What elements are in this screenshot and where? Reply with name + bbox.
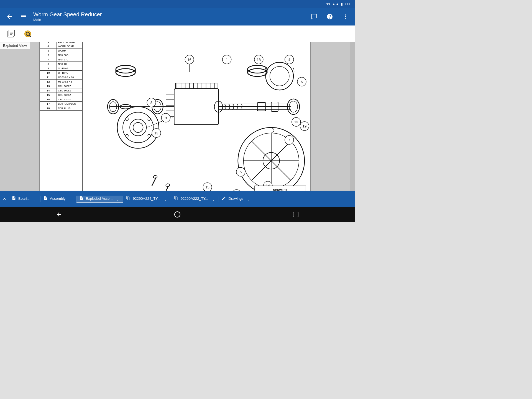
svg-text:19: 19 <box>303 124 306 128</box>
svg-text:18: 18 <box>257 58 261 62</box>
tab-more-92290a222[interactable]: ⋮ <box>211 196 216 202</box>
tab-icon-assembly <box>43 196 48 201</box>
tab-icon-exploded <box>79 196 84 201</box>
tab-label-assembly: Assembly <box>50 196 65 201</box>
tab-item-92290a224[interactable]: 92290A224_TY...⋮ <box>123 196 171 202</box>
tab-item-exploded[interactable]: Exploded Asse...⋮ <box>76 196 124 203</box>
svg-text:4: 4 <box>288 58 290 62</box>
tab-scroll-up[interactable] <box>0 191 9 207</box>
tab-item-assembly[interactable]: Assembly⋮ <box>40 196 76 202</box>
tab-label-drawings: Drawings <box>228 196 243 201</box>
svg-point-121 <box>175 212 180 217</box>
table-row: 10O - RING <box>40 71 82 75</box>
table-row: 8NAK 4C <box>40 62 82 66</box>
status-icons: ▾▾ ▲▲ ▮ 7:00 <box>326 2 351 6</box>
table-row: 18TOP PLUG <box>40 106 82 111</box>
main-content: Exploded View BALOON PART 1CASING2FRONT … <box>0 42 355 191</box>
app-bar-actions <box>309 12 350 22</box>
tab-icon-92290a224 <box>126 196 131 201</box>
svg-text:9: 9 <box>165 116 167 120</box>
tab-icon-92290a222 <box>174 196 178 201</box>
exploded-diagram: 16 1 18 4 6 8 <box>83 42 310 191</box>
svg-text:6: 6 <box>301 80 303 84</box>
svg-text:7: 7 <box>288 138 290 142</box>
search-button[interactable] <box>21 27 34 40</box>
tab-item-beari[interactable]: Beari...⋮ <box>9 196 40 202</box>
wifi-icon: ▾▾ <box>326 2 330 6</box>
svg-rect-8 <box>83 42 310 191</box>
drawing-area: BALOON PART 1CASING2FRONT FLANGE3LEFT FL… <box>0 42 350 191</box>
nav-home[interactable] <box>174 211 181 218</box>
tab-label-92290a222: 92290A222_TY... <box>181 196 208 201</box>
tab-label-exploded: Exploded Asse... <box>86 196 113 201</box>
battery-icon: ▮ <box>341 2 343 6</box>
menu-icon[interactable] <box>19 12 29 22</box>
app-bar: Worm Gear Speed Reducer Main <box>0 8 355 25</box>
pages-button[interactable] <box>4 27 18 40</box>
svg-text:13: 13 <box>294 120 298 124</box>
chat-button[interactable] <box>309 12 319 22</box>
scrollbar[interactable] <box>350 42 355 191</box>
svg-rect-1 <box>9 30 14 36</box>
table-row: 16C&U 6203Z <box>40 97 82 102</box>
nav-bar <box>0 207 355 222</box>
more-button[interactable] <box>340 12 350 22</box>
tab-label-beari: Beari... <box>18 196 30 201</box>
table-row: 15C&U 6006Z <box>40 93 82 97</box>
table-row: 7NAK 27C <box>40 57 82 62</box>
tab-more-92290a224[interactable]: ⋮ <box>163 196 168 202</box>
table-row: 11M5 X 0.8 X 10 <box>40 75 82 80</box>
tab-more-drawings[interactable]: ⋮ <box>246 196 251 202</box>
svg-text:15: 15 <box>205 185 209 189</box>
tab-more-exploded[interactable]: ⋮ <box>115 196 120 202</box>
tab-item-92290a222[interactable]: 92290A222_TY...⋮ <box>171 196 219 202</box>
toolbar-divider <box>38 28 38 39</box>
signal-icon: ▲▲ <box>332 2 339 6</box>
table-row: 6NAK 66C <box>40 53 82 57</box>
drawing-container: BALOON PART 1CASING2FRONT FLANGE3LEFT FL… <box>39 42 311 191</box>
table-row: 9O - RING <box>40 66 82 71</box>
tab-bar: Beari...⋮Assembly⋮Exploded Asse...⋮92290… <box>0 191 355 207</box>
table-row: 17BOTTOM PLUG <box>40 102 82 106</box>
table-row: 12M5 X 0.8 X 8 <box>40 80 82 84</box>
svg-rect-122 <box>293 212 298 217</box>
svg-text:13: 13 <box>154 131 158 135</box>
app-bar-title-section: Worm Gear Speed Reducer Main <box>33 11 305 22</box>
table-row: 5WORM <box>40 48 82 53</box>
tab-icon-beari <box>12 196 16 201</box>
table-row: 14C&U 6005Z <box>40 88 82 93</box>
help-button[interactable] <box>325 12 335 22</box>
app-title: Worm Gear Speed Reducer <box>33 11 305 18</box>
svg-text:16: 16 <box>187 58 191 62</box>
app-subtitle: Main <box>33 18 305 22</box>
nav-recent[interactable] <box>292 211 299 218</box>
diagram-area: 16 1 18 4 6 8 <box>83 42 310 191</box>
status-bar: ▾▾ ▲▲ ▮ 7:00 <box>0 0 355 8</box>
tab-icon-drawings <box>222 196 226 201</box>
svg-text:5: 5 <box>240 170 242 174</box>
time-display: 7:00 <box>344 2 351 6</box>
nav-back[interactable] <box>56 211 62 218</box>
back-button[interactable] <box>4 12 14 22</box>
tab-more-assembly[interactable]: ⋮ <box>68 196 73 202</box>
tab-label-92290a224: 92290A224_TY... <box>133 196 160 201</box>
svg-text:NORWEST: NORWEST <box>273 189 287 191</box>
parts-table: BALOON PART 1CASING2FRONT FLANGE3LEFT FL… <box>40 42 83 191</box>
svg-text:8: 8 <box>150 101 152 105</box>
svg-text:1: 1 <box>226 58 228 62</box>
table-row: 13C&U 6002Z <box>40 84 82 88</box>
tab-more-beari[interactable]: ⋮ <box>32 196 37 202</box>
tab-item-drawings[interactable]: Drawings⋮ <box>219 196 254 202</box>
toolbar <box>0 25 355 42</box>
table-row: 4WORM GEAR <box>40 44 82 48</box>
exploded-view-label: Exploded View <box>0 42 30 49</box>
